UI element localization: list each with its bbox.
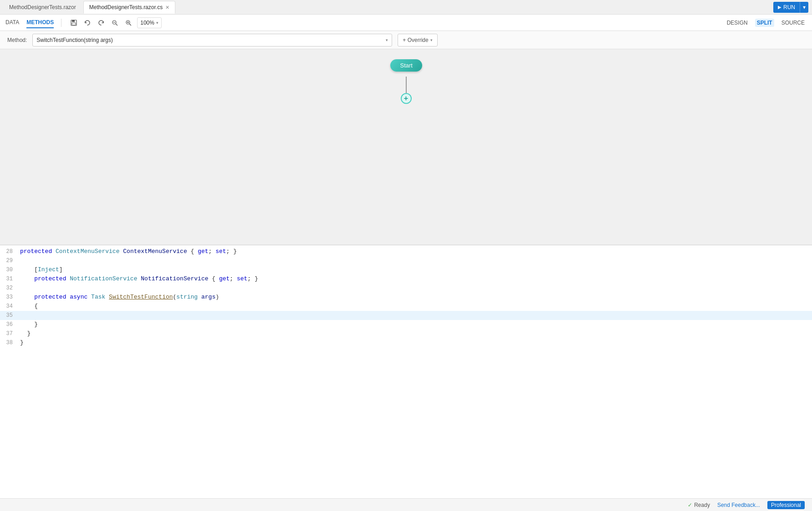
method-select-arrow: ▾ (386, 38, 388, 42)
toolbar-icons: 100% ▾ (69, 17, 162, 28)
override-arrow: ▾ (430, 38, 433, 42)
add-node-button[interactable]: + (401, 93, 412, 104)
code-line-34: 34 { (0, 302, 812, 311)
svg-line-9 (130, 24, 131, 25)
code-line-38: 38 } (0, 338, 812, 347)
line-content-38: } (18, 338, 812, 347)
run-button-main: ▶ RUN (773, 2, 800, 13)
run-dropdown-arrow[interactable]: ▾ (800, 2, 808, 13)
tab-razor-cs-label: MethodDesignerTests.razor.cs (89, 4, 163, 10)
line-num-37: 37 (0, 329, 18, 338)
line-content-28: protected ContextMenuService ContextMenu… (18, 247, 812, 256)
line-content-32 (18, 284, 812, 293)
secondary-toolbar: DATA METHODS (0, 15, 812, 31)
tab-bar-left: MethodDesignerTests.razor MethodDesigner… (4, 1, 175, 14)
tab-bar: MethodDesignerTests.razor MethodDesigner… (0, 0, 812, 15)
line-content-36: } (18, 320, 812, 329)
line-num-36: 36 (0, 320, 18, 329)
line-content-29 (18, 256, 812, 265)
undo-icon[interactable] (82, 18, 92, 28)
line-content-30: [Inject] (18, 265, 812, 274)
tab-razor-label: MethodDesignerTests.razor (9, 4, 76, 10)
override-button[interactable]: + Override ▾ (398, 34, 437, 46)
start-node-label: Start (400, 62, 413, 69)
zoom-dropdown-icon: ▾ (156, 21, 158, 25)
secondary-toolbar-left: DATA METHODS (5, 17, 162, 28)
svg-rect-1 (72, 20, 75, 22)
view-tab-design[interactable]: DESIGN (725, 19, 750, 27)
svg-line-5 (116, 24, 117, 25)
method-label: Method: (7, 37, 27, 43)
nav-tabs: DATA METHODS (5, 17, 54, 28)
code-line-37: 37 } (0, 329, 812, 338)
view-tab-source[interactable]: SOURCE (780, 19, 807, 27)
code-editor[interactable]: 28 protected ContextMenuService ContextM… (0, 245, 812, 498)
designer-area: Start + (0, 49, 812, 245)
send-feedback-link[interactable]: Send Feedback... (717, 502, 760, 508)
view-tabs: DESIGN SPLIT SOURCE (725, 19, 807, 27)
start-node[interactable]: Start (390, 59, 422, 72)
override-label: + Override (403, 37, 428, 43)
zoom-level: 100% (140, 20, 154, 26)
view-tab-split[interactable]: SPLIT (755, 19, 774, 27)
line-content-33: protected async Task SwitchTestFunction(… (18, 293, 812, 302)
main-area: Start + 28 protected ContextMenuService … (0, 49, 812, 498)
code-area: 28 protected ContextMenuService ContextM… (0, 245, 812, 498)
code-line-32: 32 (0, 284, 812, 293)
line-num-35: 35 (0, 311, 18, 320)
code-line-31: 31 protected NotificationService Notific… (0, 274, 812, 284)
line-num-34: 34 (0, 302, 18, 311)
add-node-icon: + (404, 94, 408, 103)
code-line-30: 30 [Inject] (0, 265, 812, 274)
line-num-28: 28 (0, 247, 18, 256)
tab-close-icon[interactable]: ✕ (165, 5, 169, 10)
line-content-37: } (18, 329, 812, 338)
line-content-31: protected NotificationService Notificati… (18, 274, 812, 284)
code-line-29: 29 (0, 256, 812, 265)
zoom-in-icon[interactable] (123, 18, 133, 28)
line-num-30: 30 (0, 265, 18, 274)
code-line-28: 28 protected ContextMenuService ContextM… (0, 247, 812, 256)
svg-rect-2 (72, 23, 76, 25)
redo-icon[interactable] (96, 18, 106, 28)
status-bar: ✓ Ready Send Feedback... Professional (0, 498, 812, 511)
line-num-33: 33 (0, 293, 18, 302)
line-num-31: 31 (0, 274, 18, 284)
line-content-35 (18, 311, 812, 320)
save-icon[interactable] (69, 18, 79, 28)
nav-tab-methods[interactable]: METHODS (26, 17, 54, 28)
code-line-35: 35 (0, 311, 812, 320)
status-check-icon: ✓ (688, 502, 692, 508)
method-bar: Method: SwitchTestFunction(string args) … (0, 31, 812, 49)
method-select[interactable]: SwitchTestFunction(string args) ▾ (32, 34, 392, 46)
professional-badge: Professional (767, 501, 805, 509)
connector-line (406, 77, 407, 93)
zoom-out-icon[interactable] (110, 18, 120, 28)
tab-razor[interactable]: MethodDesignerTests.razor (4, 1, 82, 14)
line-num-32: 32 (0, 284, 18, 293)
method-select-value: SwitchTestFunction(string args) (36, 37, 384, 43)
run-play-icon: ▶ (778, 5, 781, 10)
code-line-33: 33 protected async Task SwitchTestFuncti… (0, 293, 812, 302)
nav-tab-data[interactable]: DATA (5, 17, 19, 28)
line-num-29: 29 (0, 256, 18, 265)
line-num-38: 38 (0, 338, 18, 347)
status-ready-label: Ready (694, 502, 710, 508)
tab-razor-cs[interactable]: MethodDesignerTests.razor.cs ✕ (83, 1, 175, 14)
line-content-34: { (18, 302, 812, 311)
zoom-control[interactable]: 100% ▾ (137, 17, 162, 28)
toolbar-separator (61, 19, 61, 27)
run-button[interactable]: ▶ RUN ▾ (773, 2, 808, 13)
code-line-36: 36 } (0, 320, 812, 329)
status-ready: ✓ Ready (688, 502, 710, 508)
run-button-label: RUN (783, 4, 795, 10)
